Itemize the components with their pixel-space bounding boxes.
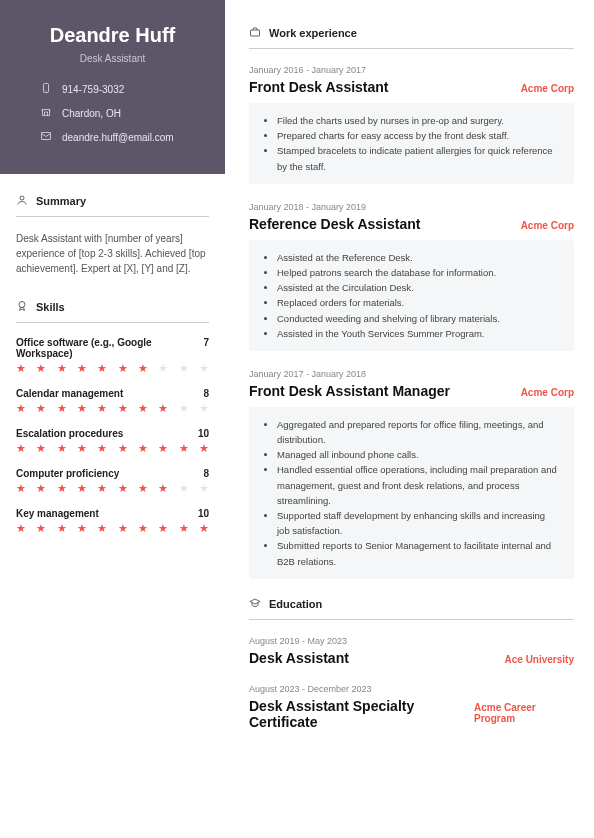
skill-item: Office software (e.g., Google Workspace)… bbox=[16, 337, 209, 374]
star-icon: ★ bbox=[179, 443, 189, 454]
star-icon: ★ bbox=[158, 443, 168, 454]
star-icon: ★ bbox=[199, 363, 209, 374]
person-name: Deandre Huff bbox=[20, 24, 205, 47]
star-icon: ★ bbox=[138, 483, 148, 494]
badge-icon bbox=[16, 300, 28, 314]
phone-text: 914-759-3032 bbox=[62, 84, 124, 95]
work-bullet: Aggregated and prepared reports for offi… bbox=[277, 417, 560, 447]
star-icon: ★ bbox=[97, 363, 107, 374]
education-dates: August 2023 - December 2023 bbox=[249, 684, 574, 694]
work-bullet: Assisted at the Circulation Desk. bbox=[277, 280, 560, 295]
skills-list: Office software (e.g., Google Workspace)… bbox=[16, 337, 209, 534]
email-text: deandre.huff@email.com bbox=[62, 132, 174, 143]
skill-item: Computer proficiency8★★★★★★★★★★ bbox=[16, 468, 209, 494]
star-icon: ★ bbox=[118, 523, 128, 534]
main-content: Work experience January 2016 - January 2… bbox=[225, 0, 594, 838]
star-icon: ★ bbox=[36, 483, 46, 494]
skill-stars: ★★★★★★★★★★ bbox=[16, 523, 209, 534]
work-bullet: Supported staff development by enhancing… bbox=[277, 508, 560, 538]
work-heading-text: Work experience bbox=[269, 27, 357, 39]
work-list: January 2016 - January 2017Front Desk As… bbox=[249, 65, 574, 579]
star-icon: ★ bbox=[199, 483, 209, 494]
summary-heading: Summary bbox=[16, 194, 209, 217]
star-icon: ★ bbox=[158, 363, 168, 374]
work-bullet: Assisted in the Youth Services Summer Pr… bbox=[277, 326, 560, 341]
star-icon: ★ bbox=[57, 403, 67, 414]
education-title: Desk Assistant bbox=[249, 650, 349, 666]
work-bullet: Conducted weeding and shelving of librar… bbox=[277, 311, 560, 326]
star-icon: ★ bbox=[199, 443, 209, 454]
work-heading: Work experience bbox=[249, 26, 574, 49]
education-dates: August 2019 - May 2023 bbox=[249, 636, 574, 646]
svg-point-3 bbox=[20, 196, 24, 200]
work-title: Front Desk Assistant Manager bbox=[249, 383, 450, 399]
skill-level: 10 bbox=[198, 428, 209, 439]
education-list: August 2019 - May 2023Desk AssistantAce … bbox=[249, 636, 574, 730]
work-dates: January 2016 - January 2017 bbox=[249, 65, 574, 75]
work-bullets: Aggregated and prepared reports for offi… bbox=[249, 407, 574, 579]
work-company: Acme Corp bbox=[521, 83, 574, 94]
star-icon: ★ bbox=[36, 443, 46, 454]
work-bullet: Replaced orders for materials. bbox=[277, 295, 560, 310]
skill-name: Computer proficiency bbox=[16, 468, 119, 479]
star-icon: ★ bbox=[97, 443, 107, 454]
star-icon: ★ bbox=[118, 403, 128, 414]
contact-location: Chardon, OH bbox=[40, 106, 205, 120]
skill-item: Escalation procedures10★★★★★★★★★★ bbox=[16, 428, 209, 454]
star-icon: ★ bbox=[179, 403, 189, 414]
star-icon: ★ bbox=[97, 483, 107, 494]
work-bullet: Submitted reports to Senior Management t… bbox=[277, 538, 560, 568]
sidebar: Deandre Huff Desk Assistant 914-759-3032… bbox=[0, 0, 225, 838]
email-icon bbox=[40, 130, 52, 144]
star-icon: ★ bbox=[179, 363, 189, 374]
education-entry: August 2023 - December 2023Desk Assistan… bbox=[249, 684, 574, 730]
work-title: Front Desk Assistant bbox=[249, 79, 389, 95]
star-icon: ★ bbox=[199, 403, 209, 414]
star-icon: ★ bbox=[16, 363, 26, 374]
work-entry: January 2018 - January 2019Reference Des… bbox=[249, 202, 574, 351]
person-title: Desk Assistant bbox=[20, 53, 205, 64]
work-bullet: Assisted at the Reference Desk. bbox=[277, 250, 560, 265]
work-company: Acme Corp bbox=[521, 220, 574, 231]
phone-icon bbox=[40, 82, 52, 96]
star-icon: ★ bbox=[138, 523, 148, 534]
star-icon: ★ bbox=[77, 523, 87, 534]
skill-name: Key management bbox=[16, 508, 99, 519]
skill-item: Key management10★★★★★★★★★★ bbox=[16, 508, 209, 534]
star-icon: ★ bbox=[57, 523, 67, 534]
star-icon: ★ bbox=[36, 523, 46, 534]
svg-rect-2 bbox=[42, 133, 51, 140]
work-bullet: Prepared charts for easy access by the f… bbox=[277, 128, 560, 143]
skill-item: Calendar management8★★★★★★★★★★ bbox=[16, 388, 209, 414]
work-dates: January 2017 - January 2018 bbox=[249, 369, 574, 379]
star-icon: ★ bbox=[36, 403, 46, 414]
star-icon: ★ bbox=[97, 523, 107, 534]
svg-point-4 bbox=[19, 302, 25, 308]
work-bullets: Filed the charts used by nurses in pre-o… bbox=[249, 103, 574, 184]
work-bullet: Handled essential office operations, inc… bbox=[277, 462, 560, 508]
star-icon: ★ bbox=[138, 443, 148, 454]
star-icon: ★ bbox=[138, 403, 148, 414]
education-school: Ace University bbox=[505, 654, 574, 665]
star-icon: ★ bbox=[77, 403, 87, 414]
star-icon: ★ bbox=[16, 443, 26, 454]
star-icon: ★ bbox=[118, 363, 128, 374]
star-icon: ★ bbox=[77, 443, 87, 454]
star-icon: ★ bbox=[179, 523, 189, 534]
skill-stars: ★★★★★★★★★★ bbox=[16, 363, 209, 374]
contact-email: deandre.huff@email.com bbox=[40, 130, 205, 144]
skill-level: 8 bbox=[203, 388, 209, 399]
skill-level: 8 bbox=[203, 468, 209, 479]
star-icon: ★ bbox=[36, 363, 46, 374]
star-icon: ★ bbox=[118, 483, 128, 494]
skill-name: Calendar management bbox=[16, 388, 123, 399]
star-icon: ★ bbox=[138, 363, 148, 374]
education-school: Acme Career Program bbox=[474, 702, 574, 724]
work-entry: January 2016 - January 2017Front Desk As… bbox=[249, 65, 574, 184]
education-heading: Education bbox=[249, 597, 574, 620]
star-icon: ★ bbox=[158, 483, 168, 494]
skill-stars: ★★★★★★★★★★ bbox=[16, 483, 209, 494]
star-icon: ★ bbox=[199, 523, 209, 534]
contact-list: 914-759-3032 Chardon, OH deandre.huff@em… bbox=[20, 82, 205, 144]
location-text: Chardon, OH bbox=[62, 108, 121, 119]
